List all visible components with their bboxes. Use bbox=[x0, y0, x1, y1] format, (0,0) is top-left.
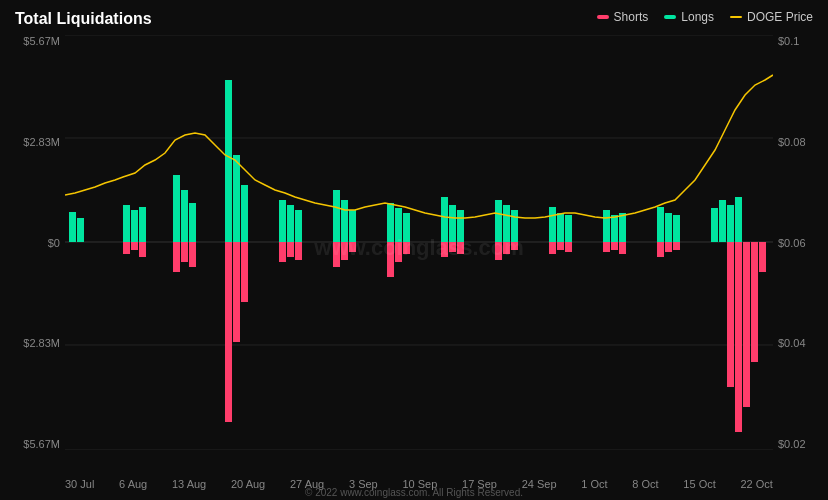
y-axis-left: $5.67M $2.83M $0 $2.83M $5.67M bbox=[0, 35, 65, 450]
y-left-2: $0 bbox=[48, 237, 60, 249]
svg-rect-64 bbox=[603, 242, 610, 252]
svg-rect-60 bbox=[565, 242, 572, 252]
svg-rect-73 bbox=[711, 208, 718, 242]
svg-rect-71 bbox=[665, 242, 672, 252]
svg-rect-70 bbox=[657, 242, 664, 257]
svg-rect-81 bbox=[759, 242, 766, 272]
svg-rect-6 bbox=[77, 218, 84, 242]
svg-rect-72 bbox=[673, 242, 680, 250]
svg-rect-59 bbox=[557, 242, 564, 250]
legend-shorts: Shorts bbox=[597, 10, 649, 24]
y-right-1: $0.08 bbox=[778, 136, 806, 148]
shorts-label: Shorts bbox=[614, 10, 649, 24]
svg-rect-25 bbox=[279, 200, 286, 242]
svg-rect-77 bbox=[727, 242, 734, 387]
chart-svg: www.coinglass.com bbox=[65, 35, 773, 450]
svg-rect-16 bbox=[173, 242, 180, 272]
chart-container: Total Liquidations Shorts Longs DOGE Pri… bbox=[0, 0, 828, 500]
svg-rect-10 bbox=[123, 242, 130, 254]
footer: © 2022 www.coinglass.com. All Rights Res… bbox=[0, 487, 828, 498]
y-left-1: $2.83M bbox=[23, 136, 60, 148]
y-right-0: $0.1 bbox=[778, 35, 799, 47]
y-right-4: $0.02 bbox=[778, 438, 806, 450]
svg-rect-15 bbox=[189, 203, 196, 242]
svg-rect-65 bbox=[611, 242, 618, 250]
y-left-4: $5.67M bbox=[23, 438, 60, 450]
svg-rect-13 bbox=[173, 175, 180, 242]
longs-dot bbox=[664, 15, 676, 19]
svg-rect-20 bbox=[233, 155, 240, 242]
svg-rect-28 bbox=[279, 242, 286, 262]
y-left-3: $2.83M bbox=[23, 337, 60, 349]
svg-rect-22 bbox=[225, 242, 232, 422]
svg-rect-61 bbox=[603, 210, 610, 242]
svg-rect-62 bbox=[611, 215, 618, 242]
svg-rect-75 bbox=[727, 205, 734, 242]
svg-rect-58 bbox=[549, 242, 556, 254]
legend-doge: DOGE Price bbox=[730, 10, 813, 24]
svg-rect-79 bbox=[743, 242, 750, 407]
svg-rect-8 bbox=[131, 210, 138, 242]
svg-rect-69 bbox=[673, 215, 680, 242]
svg-rect-26 bbox=[287, 205, 294, 242]
svg-text:www.coinglass.com: www.coinglass.com bbox=[313, 235, 523, 260]
y-left-0: $5.67M bbox=[23, 35, 60, 47]
svg-rect-29 bbox=[287, 242, 294, 257]
y-axis-right: $0.1 $0.08 $0.06 $0.04 $0.02 bbox=[773, 35, 828, 450]
y-right-2: $0.06 bbox=[778, 237, 806, 249]
doge-dot bbox=[730, 16, 742, 18]
svg-rect-19 bbox=[225, 80, 232, 242]
svg-rect-56 bbox=[557, 213, 564, 242]
svg-rect-21 bbox=[241, 185, 248, 242]
svg-rect-27 bbox=[295, 210, 302, 242]
svg-rect-63 bbox=[619, 213, 626, 242]
chart-area: www.coinglass.com bbox=[65, 35, 773, 450]
svg-rect-23 bbox=[233, 242, 240, 342]
svg-rect-12 bbox=[139, 242, 146, 257]
svg-rect-18 bbox=[189, 242, 196, 267]
svg-rect-67 bbox=[657, 207, 664, 242]
chart-title: Total Liquidations bbox=[15, 10, 152, 28]
longs-label: Longs bbox=[681, 10, 714, 24]
svg-rect-30 bbox=[295, 242, 302, 260]
y-right-3: $0.04 bbox=[778, 337, 806, 349]
svg-rect-24 bbox=[241, 242, 248, 302]
svg-rect-80 bbox=[751, 242, 758, 362]
svg-rect-14 bbox=[181, 190, 188, 242]
legend-longs: Longs bbox=[664, 10, 714, 24]
svg-rect-55 bbox=[549, 207, 556, 242]
svg-rect-7 bbox=[123, 205, 130, 242]
doge-label: DOGE Price bbox=[747, 10, 813, 24]
shorts-dot bbox=[597, 15, 609, 19]
svg-rect-17 bbox=[181, 242, 188, 262]
svg-rect-74 bbox=[719, 200, 726, 242]
svg-rect-9 bbox=[139, 207, 146, 242]
svg-rect-76 bbox=[735, 197, 742, 242]
svg-rect-68 bbox=[665, 213, 672, 242]
svg-rect-11 bbox=[131, 242, 138, 250]
legend: Shorts Longs DOGE Price bbox=[597, 10, 813, 24]
svg-rect-78 bbox=[735, 242, 742, 432]
svg-rect-57 bbox=[565, 215, 572, 242]
svg-rect-66 bbox=[619, 242, 626, 254]
svg-rect-5 bbox=[69, 212, 76, 242]
